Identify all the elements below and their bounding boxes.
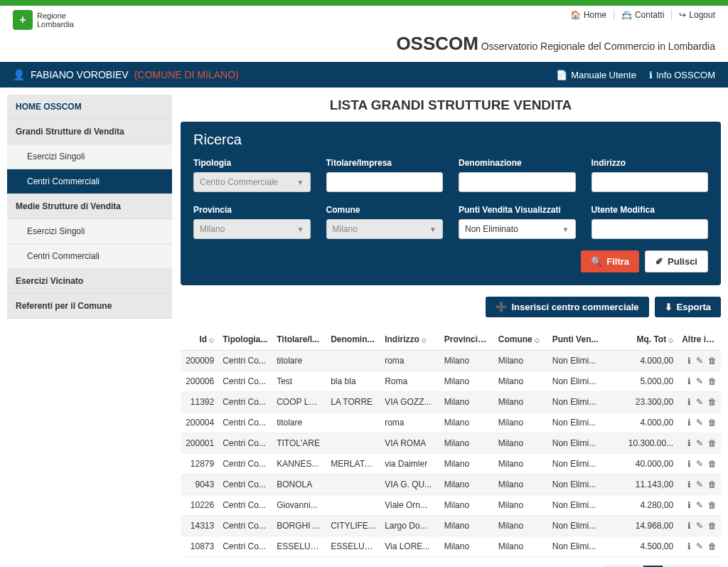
cell-tipologia: Centri Co... [218, 536, 272, 557]
cell-provincia: Milano [440, 371, 494, 392]
caret-icon: ▼ [297, 179, 304, 186]
cell-comune: Milano [494, 536, 548, 557]
sidebar-medie[interactable]: Medie Strutture di Vendita [7, 194, 172, 219]
info-row-icon[interactable]: ℹ [687, 459, 691, 469]
cell-tipologia: Centri Co... [218, 392, 272, 413]
cell-indirizzo: Viale Orn... [380, 495, 440, 516]
cell-id: 12879 [181, 454, 218, 475]
edit-row-icon[interactable]: ✎ [696, 521, 703, 531]
select-comune[interactable]: Milano▼ [326, 219, 444, 239]
delete-row-icon[interactable]: 🗑 [708, 376, 717, 386]
cell-denom: bla bla [326, 371, 380, 392]
logo-icon: + [13, 10, 33, 30]
th-tipologia[interactable]: Tipologia... [218, 329, 272, 351]
delete-row-icon[interactable]: 🗑 [708, 459, 717, 469]
input-denom[interactable] [459, 172, 576, 192]
input-indirizzo[interactable] [592, 172, 709, 192]
field-titolare: Titolare/Impresa [326, 158, 444, 192]
info-label: Info OSSCOM [656, 70, 715, 80]
table-row: 9043Centri Co...BONOLAVIA G. QU...Milano… [181, 475, 721, 495]
cell-actions: ℹ✎🗑 [678, 433, 721, 454]
select-tipologia[interactable]: Centro Commerciale▼ [193, 172, 311, 192]
th-provincia[interactable]: Provincia... [440, 329, 494, 351]
edit-row-icon[interactable]: ✎ [696, 356, 703, 366]
edit-row-icon[interactable]: ✎ [696, 397, 703, 407]
th-id[interactable]: Id◇ [181, 329, 218, 351]
cell-titolare: KANNES... [272, 454, 326, 475]
logout-link[interactable]: ↪Logout [679, 10, 715, 20]
sidebar-esercizi-singoli-2[interactable]: Esercizi Singoli [7, 219, 172, 244]
field-denom: Denominazione [459, 158, 576, 192]
delete-row-icon[interactable]: 🗑 [708, 418, 717, 428]
page-title: LISTA GRANDI STRUTTURE VENDITA [181, 97, 721, 113]
sidebar-grandi[interactable]: Grandi Strutture di Vendita [7, 120, 172, 144]
sidebar-centri-commerciali-2[interactable]: Centri Commerciali [7, 244, 172, 269]
delete-row-icon[interactable]: 🗑 [708, 479, 717, 489]
edit-row-icon[interactable]: ✎ [696, 541, 703, 551]
info-row-icon[interactable]: ℹ [687, 397, 691, 407]
edit-row-icon[interactable]: ✎ [696, 376, 703, 386]
info-row-icon[interactable]: ℹ [687, 479, 691, 489]
manual-link[interactable]: 📄Manuale Utente [556, 70, 636, 80]
info-link[interactable]: ℹInfo OSSCOM [649, 70, 715, 80]
cell-punti: Non Elimi... [548, 475, 608, 495]
cell-comune: Milano [494, 475, 548, 495]
th-comune[interactable]: Comune◇ [494, 329, 548, 351]
cell-tipologia: Centri Co... [218, 475, 272, 495]
delete-row-icon[interactable]: 🗑 [708, 438, 717, 448]
info-row-icon[interactable]: ℹ [687, 356, 691, 366]
cell-punti: Non Elimi... [548, 495, 608, 516]
export-button[interactable]: ⬇Esporta [655, 297, 721, 317]
input-titolare[interactable] [326, 172, 444, 192]
table-row: 200004Centri Co...titolareromaMilanoMila… [181, 413, 721, 433]
info-row-icon[interactable]: ℹ [687, 500, 691, 510]
home-link[interactable]: 🏠Home [570, 10, 606, 20]
field-comune: Comune Milano▼ [326, 205, 444, 239]
sidebar-esercizi-singoli-1[interactable]: Esercizi Singoli [7, 144, 172, 169]
cell-indirizzo: VIA G. QU... [380, 475, 440, 495]
edit-row-icon[interactable]: ✎ [696, 479, 703, 489]
delete-row-icon[interactable]: 🗑 [708, 521, 717, 531]
filtra-button[interactable]: 🔍Filtra [581, 250, 639, 272]
cell-denom [326, 475, 380, 495]
sidebar-vicinato[interactable]: Esercizi Vicinato [7, 269, 172, 294]
input-utente[interactable] [592, 219, 709, 239]
label-punti: Punti Vendita Visualizzati [459, 205, 576, 215]
edit-row-icon[interactable]: ✎ [696, 500, 703, 510]
th-denom[interactable]: Denomin... [326, 329, 380, 351]
th-indirizzo[interactable]: Indirizzo◇ [380, 329, 440, 351]
caret-icon: ▼ [562, 226, 569, 233]
edit-row-icon[interactable]: ✎ [696, 418, 703, 428]
edit-row-icon[interactable]: ✎ [696, 459, 703, 469]
field-provincia: Provincia Milano▼ [193, 205, 311, 239]
info-row-icon[interactable]: ℹ [687, 521, 691, 531]
info-row-icon[interactable]: ℹ [687, 418, 691, 428]
sidebar-home[interactable]: HOME OSSCOM [7, 95, 172, 120]
info-row-icon[interactable]: ℹ [687, 376, 691, 386]
delete-row-icon[interactable]: 🗑 [708, 356, 717, 366]
sidebar-referenti[interactable]: Referenti per il Comune [7, 294, 172, 319]
select-provincia-value: Milano [200, 224, 225, 234]
logo[interactable]: + Regione Lombardia [13, 10, 74, 30]
delete-row-icon[interactable]: 🗑 [708, 500, 717, 510]
select-punti[interactable]: Non Eliminato▼ [459, 219, 576, 239]
pulisci-button[interactable]: ✐Pulisci [645, 250, 708, 272]
contatti-link[interactable]: 📇Contatti [621, 10, 664, 20]
cell-id: 14313 [181, 516, 218, 536]
delete-row-icon[interactable]: 🗑 [708, 541, 717, 551]
insert-button[interactable]: ➕Inserisci centro commerciale [486, 297, 648, 317]
cell-mq: 5.000,00 [607, 371, 678, 392]
info-row-icon[interactable]: ℹ [687, 438, 691, 448]
th-punti[interactable]: Punti Ven... [548, 329, 608, 351]
th-mq[interactable]: Mq. Tot◇ [607, 329, 678, 351]
edit-row-icon[interactable]: ✎ [696, 438, 703, 448]
select-provincia[interactable]: Milano▼ [193, 219, 311, 239]
cell-titolare: ESSELUN... [272, 536, 326, 557]
sidebar-centri-commerciali-1[interactable]: Centri Commerciali [7, 169, 172, 194]
th-titolare[interactable]: Titolare/I... [272, 329, 326, 351]
info-row-icon[interactable]: ℹ [687, 541, 691, 551]
cell-actions: ℹ✎🗑 [678, 516, 721, 536]
delete-row-icon[interactable]: 🗑 [708, 397, 717, 407]
sort-icon: ◇ [668, 337, 673, 344]
cell-denom: CITYLIFE... [326, 516, 380, 536]
